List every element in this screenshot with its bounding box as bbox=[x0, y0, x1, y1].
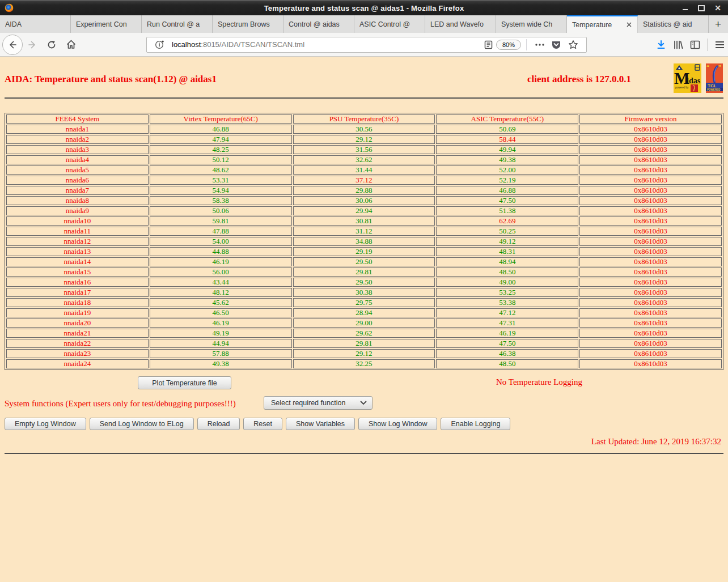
home-icon[interactable] bbox=[62, 36, 79, 53]
site-info-icon[interactable] bbox=[155, 40, 164, 49]
tab-label: System wide Ch bbox=[501, 20, 561, 28]
maximize-button[interactable] bbox=[698, 5, 705, 11]
browser-tab[interactable]: AIDA bbox=[0, 15, 71, 33]
function-select-dropdown[interactable]: Select required function bbox=[264, 396, 373, 410]
asic-temp-cell: 49.94 bbox=[436, 145, 578, 154]
firmware-cell: 0x8610d03 bbox=[579, 267, 722, 277]
action-button-reload[interactable]: Reload bbox=[197, 418, 240, 430]
fee64-system-cell: nnaida16 bbox=[6, 278, 149, 287]
url-text[interactable]: localhost:8015/AIDA/TSCAN/TSCAN.tml bbox=[172, 40, 481, 49]
psu-temp-cell: 32.25 bbox=[293, 359, 435, 368]
tab-label: Temperature bbox=[572, 21, 623, 29]
svg-text:”: ” bbox=[718, 64, 721, 70]
virtex-temp-cell: 49.19 bbox=[150, 329, 292, 338]
browser-tab[interactable]: System wide Ch bbox=[496, 15, 567, 33]
system-functions-label: System functions (Expert users only for … bbox=[5, 399, 236, 409]
sidebar-toggle-icon[interactable] bbox=[687, 36, 704, 53]
midas-logo[interactable]: M idas powered by bbox=[674, 63, 701, 95]
reader-mode-icon[interactable] bbox=[484, 40, 493, 49]
asic-temp-cell: 47.50 bbox=[436, 339, 578, 348]
virtex-temp-cell: 53.31 bbox=[150, 176, 292, 185]
browser-tab[interactable]: Run Control @ a bbox=[142, 15, 213, 33]
psu-temp-cell: 30.56 bbox=[293, 125, 435, 134]
tab-label: Spectrum Brows bbox=[218, 20, 278, 28]
psu-temp-cell: 29.94 bbox=[293, 206, 435, 215]
column-header: FEE64 System bbox=[6, 114, 149, 124]
tab-label: ASIC Control @ bbox=[359, 20, 420, 28]
forward-button[interactable] bbox=[24, 36, 41, 53]
client-address-text: client address is 127.0.0.1 bbox=[527, 74, 631, 85]
asic-temp-cell: 46.88 bbox=[436, 186, 578, 195]
zoom-level-badge[interactable]: 80% bbox=[496, 40, 521, 50]
svg-text:“: “ bbox=[706, 64, 709, 70]
psu-temp-cell: 31.12 bbox=[293, 227, 435, 236]
plot-temperature-button[interactable]: Plot Temperature file bbox=[138, 376, 231, 389]
tcl-powered-logo[interactable]: “ ” TCL POWERED bbox=[706, 63, 723, 95]
psu-temp-cell: 29.12 bbox=[293, 349, 435, 358]
downloads-icon[interactable] bbox=[653, 36, 670, 53]
navigation-toolbar: localhost:8015/AIDA/TSCAN/TSCAN.tml 80% bbox=[0, 33, 728, 57]
firmware-cell: 0x8610d03 bbox=[579, 125, 722, 134]
virtex-temp-cell: 48.62 bbox=[150, 165, 292, 175]
chevron-down-icon bbox=[360, 401, 367, 405]
window-titlebar: Temperature and status scan @ aidas1 - M… bbox=[0, 0, 728, 15]
page-actions-icon[interactable] bbox=[535, 44, 544, 46]
fee64-system-cell: nnaida18 bbox=[6, 298, 149, 307]
asic-temp-cell: 49.38 bbox=[436, 155, 578, 164]
logging-status-text: No Temperature Logging bbox=[496, 377, 582, 387]
virtex-temp-cell: 47.88 bbox=[150, 227, 292, 236]
back-button[interactable] bbox=[2, 35, 23, 55]
column-header: PSU Temperature(35C) bbox=[293, 114, 435, 124]
fee64-system-cell: nnaida21 bbox=[6, 329, 149, 338]
menu-hamburger-icon[interactable] bbox=[711, 36, 728, 53]
action-button-enable-logging[interactable]: Enable Logging bbox=[441, 418, 510, 430]
action-button-send-log-window-to-elog[interactable]: Send Log Window to ELog bbox=[90, 418, 194, 430]
asic-temp-cell: 58.44 bbox=[436, 135, 578, 144]
virtex-temp-cell: 57.88 bbox=[150, 349, 292, 358]
firmware-cell: 0x8610d03 bbox=[579, 339, 722, 348]
bookmark-star-icon[interactable] bbox=[568, 40, 578, 50]
tab-close-icon[interactable] bbox=[626, 22, 632, 28]
action-button-show-log-window[interactable]: Show Log Window bbox=[358, 418, 438, 430]
asic-temp-cell: 48.50 bbox=[436, 267, 578, 277]
reload-icon[interactable] bbox=[43, 36, 60, 53]
table-row: nnaida653.3137.1252.190x8610d03 bbox=[6, 176, 722, 185]
pocket-icon[interactable] bbox=[551, 40, 561, 50]
library-icon[interactable] bbox=[670, 36, 687, 53]
psu-temp-cell: 31.56 bbox=[293, 145, 435, 154]
action-button-show-variables[interactable]: Show Variables bbox=[286, 418, 355, 430]
table-row: nnaida950.0629.9451.380x8610d03 bbox=[6, 206, 722, 215]
asic-temp-cell: 48.31 bbox=[436, 247, 578, 256]
browser-tab[interactable]: Experiment Con bbox=[71, 15, 142, 33]
virtex-temp-cell: 54.94 bbox=[150, 186, 292, 195]
psu-temp-cell: 28.94 bbox=[293, 308, 435, 317]
virtex-temp-cell: 50.06 bbox=[150, 206, 292, 215]
action-button-empty-log-window[interactable]: Empty Log Window bbox=[5, 418, 86, 430]
url-bar[interactable]: localhost:8015/AIDA/TSCAN/TSCAN.tml 80% bbox=[146, 37, 587, 53]
psu-temp-cell: 29.75 bbox=[293, 298, 435, 307]
psu-temp-cell: 30.81 bbox=[293, 216, 435, 226]
browser-tab[interactable]: ASIC Control @ bbox=[354, 15, 425, 33]
asic-temp-cell: 50.69 bbox=[436, 125, 578, 134]
asic-temp-cell: 51.38 bbox=[436, 206, 578, 215]
browser-tab[interactable]: Control @ aidas bbox=[283, 15, 354, 33]
new-tab-button[interactable]: + bbox=[709, 15, 727, 33]
close-button[interactable]: ✕ bbox=[714, 5, 721, 11]
fee64-system-cell: nnaida6 bbox=[6, 176, 149, 185]
virtex-temp-cell: 44.88 bbox=[150, 247, 292, 256]
minimize-button[interactable] bbox=[682, 5, 688, 11]
browser-tab[interactable]: LED and Wavefo bbox=[425, 15, 496, 33]
table-row: nnaida348.2531.5649.940x8610d03 bbox=[6, 145, 722, 154]
browser-tab[interactable]: Spectrum Brows bbox=[213, 15, 283, 33]
table-row: nnaida2149.1929.6246.190x8610d03 bbox=[6, 329, 722, 338]
action-button-reset[interactable]: Reset bbox=[243, 418, 282, 430]
psu-temp-cell: 29.88 bbox=[293, 186, 435, 195]
browser-tab[interactable]: Statistics @ aid bbox=[638, 15, 709, 33]
table-row: nnaida2449.3832.2548.500x8610d03 bbox=[6, 359, 722, 368]
firmware-cell: 0x8610d03 bbox=[579, 308, 722, 317]
virtex-temp-cell: 45.62 bbox=[150, 298, 292, 307]
browser-tab[interactable]: Temperature bbox=[567, 15, 638, 33]
firmware-cell: 0x8610d03 bbox=[579, 318, 722, 328]
svg-text:TCL: TCL bbox=[708, 83, 717, 88]
psu-temp-cell: 37.12 bbox=[293, 176, 435, 185]
